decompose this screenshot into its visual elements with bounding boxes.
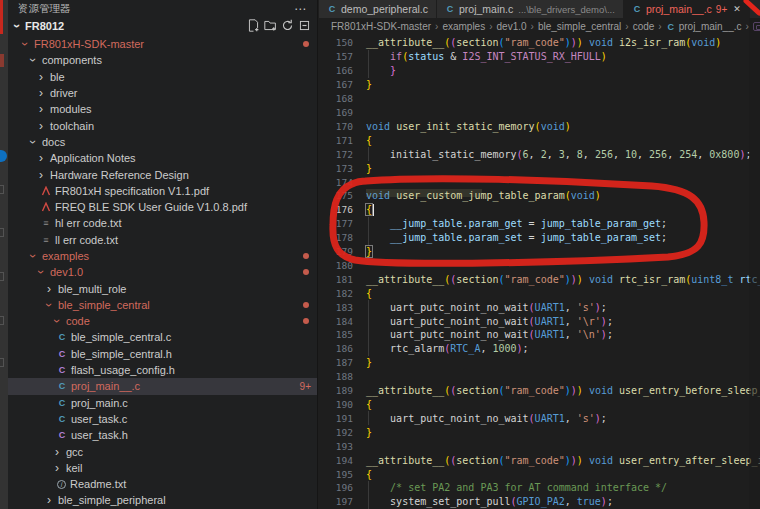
code-line-182[interactable]: 182{	[319, 286, 760, 300]
tree-item-user-task-h[interactable]: Cuser_task.h	[8, 427, 317, 443]
scrollbar-strip[interactable]	[749, 18, 760, 509]
code-line-170[interactable]: 170void user_init_static_memory(void)	[319, 119, 760, 133]
tree-item-user-task-c[interactable]: Cuser_task.c	[8, 411, 317, 427]
activity-bar[interactable]	[0, 0, 8, 509]
line-content: __attribute__((section("ram_code"))) voi…	[366, 274, 760, 285]
tree-item-examples[interactable]: ›examples	[8, 248, 317, 264]
tree-item-fr801xh-specification-v1-1-pdf[interactable]: FR801xH specification V1.1.pdf	[8, 183, 317, 199]
tree-item-keil[interactable]: ›keil	[8, 460, 317, 476]
code-line-167[interactable]: 167}	[319, 78, 760, 92]
code-line-172[interactable]: 172 initial_static_memory(6, 2, 3, 8, 25…	[319, 147, 760, 161]
tree-item-ble[interactable]: ›ble	[8, 69, 317, 85]
collapse-all-icon[interactable]	[298, 19, 311, 32]
breadcrumb-item-code[interactable]: code	[633, 21, 655, 32]
refresh-icon[interactable]	[281, 19, 294, 32]
tree-item-docs[interactable]: ›docs	[8, 134, 317, 150]
tree-item-proj-main-c[interactable]: Cproj_main__.c9+	[8, 378, 317, 394]
tab-proj-main-c[interactable]: Cproj_main.c...\ble_drivers_demo\...	[437, 0, 624, 18]
tree-item-flash-usage-config-h[interactable]: Cflash_usage_config.h	[8, 362, 317, 378]
breadcrumb-separator: ›	[531, 21, 534, 32]
tree-item-proj-main-c[interactable]: Cproj_main.c	[8, 395, 317, 411]
tab-demo-peripheral-c[interactable]: Cdemo_peripheral.c	[319, 0, 437, 18]
breadcrumb-item-examples[interactable]: examples	[442, 21, 485, 32]
code-line-175[interactable]: 175void user_custom_jump_table_param(voi…	[319, 189, 760, 203]
code-line-168[interactable]: 168	[319, 92, 760, 106]
chevron-right-icon: ›	[36, 72, 46, 82]
c-file-icon: C	[57, 414, 67, 424]
code-line-177[interactable]: 177 __jump_table.param_get = jump_table_…	[319, 217, 760, 231]
chevron-right-icon: ›	[52, 463, 62, 473]
tree-item-driver[interactable]: ›driver	[8, 85, 317, 101]
breadcrumb-item-ble-simple-central[interactable]: ble_simple_central	[538, 21, 621, 32]
tab-proj-main-c[interactable]: Cproj_main__.c9+✕	[624, 0, 750, 18]
tab-label: proj_main__.c	[646, 3, 712, 15]
tree-item-label: flash_usage_config.h	[71, 364, 175, 376]
code-line-185[interactable]: 185 uart_putc_noint_no_wait(UART1, '\n')…	[319, 328, 760, 342]
code-line-193[interactable]: 193	[319, 439, 760, 453]
code-line-169[interactable]: 169	[319, 106, 760, 120]
code-line-181[interactable]: 181__attribute__((section("ram_code"))) …	[319, 272, 760, 286]
tree-item-hardware-reference-design[interactable]: ›Hardware Reference Design	[8, 166, 317, 182]
code-line-195[interactable]: 195{	[319, 467, 760, 481]
line-content: /* set PA2 and PA3 for AT command interf…	[366, 482, 667, 493]
tree-item-freq-ble-sdk-user-guide-v1-0-8-pdf[interactable]: FREQ BLE SDK User Guide V1.0.8.pdf	[8, 199, 317, 215]
line-number: 181	[319, 274, 353, 285]
chevron-right-icon: ›	[36, 153, 46, 163]
code-line-186[interactable]: 186 rtc_alarm(RTC_A, 1000);	[319, 342, 760, 356]
code-line-188[interactable]: 188	[319, 370, 760, 384]
code-line-191[interactable]: 191 uart_putc_noint_no_wait(UART1, 's');	[319, 411, 760, 425]
tree-item-modules[interactable]: ›modules	[8, 101, 317, 117]
code-line-194[interactable]: 194__attribute__((section("ram_code"))) …	[319, 453, 760, 467]
code-line-176[interactable]: 176{	[319, 203, 760, 217]
new-file-icon[interactable]	[247, 19, 260, 32]
tree-item-ble-multi-role[interactable]: ›ble_multi_role	[8, 280, 317, 296]
line-content: initial_static_memory(6, 2, 3, 8, 256, 1…	[366, 149, 751, 160]
line-content: }	[366, 246, 372, 257]
line-number: 187	[319, 357, 353, 368]
tree-item-ble-simple-peripheral[interactable]: ›ble_simple_peripheral	[8, 492, 317, 508]
tree-item-ble-simple-central-h[interactable]: Cble_simple_central.h	[8, 346, 317, 362]
chevron-right-icon: ›	[44, 284, 54, 294]
tree-item-label: ll err code.txt	[55, 234, 118, 246]
tree-item-toolchain[interactable]: ›toolchain	[8, 117, 317, 133]
code-line-190[interactable]: 190{	[319, 398, 760, 412]
tree-item-dev1-0[interactable]: ›dev1.0	[8, 264, 317, 280]
breadcrumb-item-proj-main-c[interactable]: Cproj_main__.c	[666, 21, 742, 32]
code-line-183[interactable]: 183 uart_putc_noint_no_wait(UART1, 's');	[319, 300, 760, 314]
line-number: 196	[319, 482, 353, 493]
code-line-179[interactable]: 179}	[319, 245, 760, 259]
breadcrumb-item-dev1-0[interactable]: dev1.0	[497, 21, 527, 32]
code-line-166[interactable]: 166 }	[319, 64, 760, 78]
tree-item-label: ble_simple_central.c	[71, 331, 171, 343]
new-folder-icon[interactable]	[264, 19, 277, 32]
tree-item-readme-txt[interactable]: iReadme.txt	[8, 476, 317, 492]
code-line-197[interactable]: 197 system_set_port_pull(GPIO_PA2, true)…	[319, 495, 760, 509]
tree-item-application-notes[interactable]: ›Application Notes	[8, 150, 317, 166]
info-icon: i	[57, 480, 66, 489]
more-actions-icon[interactable]: ⋯	[294, 2, 307, 16]
code-line-178[interactable]: 178 __jump_table.param_set = jump_table_…	[319, 231, 760, 245]
tree-item-ble-simple-central[interactable]: ›ble_simple_central	[8, 297, 317, 313]
code-line-150[interactable]: 150__attribute__((section("ram_code"))) …	[319, 36, 760, 50]
tree-item-fr801xh-sdk-master[interactable]: ›FR801xH-SDK-master	[8, 36, 317, 52]
tree-item-gcc[interactable]: ›gcc	[8, 443, 317, 459]
code-line-184[interactable]: 184 uart_putc_noint_no_wait(UART1, '\r')…	[319, 314, 760, 328]
tree-item-code[interactable]: ›code	[8, 313, 317, 329]
code-line-192[interactable]: 192}	[319, 425, 760, 439]
code-editor[interactable]: 150__attribute__((section("ram_code"))) …	[319, 36, 760, 509]
tree-item-hl-err-code-txt[interactable]: ≡hl err code.txt	[8, 215, 317, 231]
code-line-189[interactable]: 189__attribute__((section("ram_code"))) …	[319, 384, 760, 398]
close-icon[interactable]: ✕	[733, 4, 741, 14]
code-line-171[interactable]: 171{	[319, 133, 760, 147]
code-line-180[interactable]: 180	[319, 259, 760, 273]
tree-item-ll-err-code-txt[interactable]: ≡ll err code.txt	[8, 232, 317, 248]
tree-item-ble-simple-central-c[interactable]: Cble_simple_central.c	[8, 329, 317, 345]
code-line-157[interactable]: 157 if(status & I2S_INT_STATUS_RX_HFULL)	[319, 50, 760, 64]
tree-item-components[interactable]: ›components	[8, 52, 317, 68]
code-line-174[interactable]: 174	[319, 175, 760, 189]
code-line-196[interactable]: 196 /* set PA2 and PA3 for AT command in…	[319, 481, 760, 495]
workspace-section-header[interactable]: › FR8012	[8, 17, 317, 34]
code-line-173[interactable]: 173}	[319, 161, 760, 175]
breadcrumb-item-fr801xh-sdk-master[interactable]: FR801xH-SDK-master	[331, 21, 431, 32]
code-line-187[interactable]: 187}	[319, 356, 760, 370]
